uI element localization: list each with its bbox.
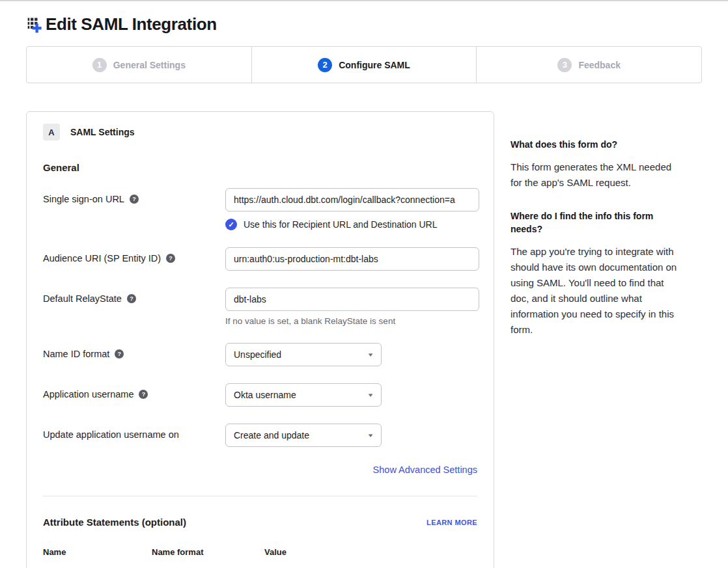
update-username-label: Update application username on bbox=[43, 429, 179, 440]
page-header: Edit SAML Integration bbox=[26, 14, 702, 34]
name-id-format-label: Name ID format bbox=[43, 349, 109, 359]
step-label: General Settings bbox=[113, 60, 186, 70]
help-icon[interactable]: ? bbox=[166, 254, 175, 263]
app-username-label: Application username bbox=[43, 389, 133, 399]
card-header: A SAML Settings bbox=[43, 124, 477, 141]
chevron-down-icon: ▼ bbox=[367, 352, 374, 358]
audience-uri-input[interactable] bbox=[225, 247, 479, 271]
saml-settings-card: A SAML Settings General Single sign-on U… bbox=[26, 111, 494, 568]
sso-url-input[interactable] bbox=[225, 188, 479, 211]
section-divider bbox=[43, 496, 477, 496]
column-header-value: Value bbox=[264, 547, 477, 557]
sso-url-field-wrap: ✓ Use this for Recipient URL and Destina… bbox=[225, 188, 479, 230]
step-number-badge: 3 bbox=[557, 58, 572, 72]
help-icon[interactable]: ? bbox=[130, 195, 139, 204]
show-advanced-settings-link[interactable]: Show Advanced Settings bbox=[373, 465, 477, 475]
saml-settings-form: Single sign-on URL ? ✓ Use this for Reci… bbox=[43, 188, 477, 476]
update-username-select[interactable]: Create and update ▼ bbox=[225, 424, 382, 447]
relay-state-hint: If no value is set, a blank RelayState i… bbox=[225, 316, 479, 326]
recipient-url-checkbox-row: ✓ Use this for Recipient URL and Destina… bbox=[225, 219, 479, 230]
wizard-stepper: 1 General Settings 2 Configure SAML 3 Fe… bbox=[26, 46, 702, 83]
edit-saml-integration-page: Edit SAML Integration 1 General Settings… bbox=[0, 14, 728, 568]
form-row-app-username: Application username ? Okta username ▼ bbox=[43, 383, 477, 407]
recipient-url-checkbox[interactable]: ✓ bbox=[225, 219, 237, 230]
audience-uri-field-wrap bbox=[225, 247, 479, 271]
help-icon[interactable]: ? bbox=[127, 294, 136, 303]
section-a-badge: A bbox=[43, 124, 60, 141]
help-icon[interactable]: ? bbox=[139, 390, 148, 399]
column-header-name: Name bbox=[43, 547, 152, 557]
app-grid-plus-icon bbox=[26, 16, 44, 34]
step-feedback[interactable]: 3 Feedback bbox=[476, 47, 701, 83]
form-row-update-username: Update application username on Create an… bbox=[43, 424, 477, 447]
step-general-settings[interactable]: 1 General Settings bbox=[27, 47, 251, 83]
app-username-label-wrap: Application username ? bbox=[43, 383, 225, 399]
general-section-heading: General bbox=[43, 162, 477, 173]
form-row-name-id-format: Name ID format ? Unspecified ▼ bbox=[43, 343, 477, 366]
sidebar-question-1: What does this form do? bbox=[511, 138, 679, 151]
audience-uri-label-wrap: Audience URI (SP Entity ID) ? bbox=[43, 247, 225, 264]
attribute-statements-heading: Attribute Statements (optional) bbox=[43, 517, 186, 528]
recipient-url-checkbox-label: Use this for Recipient URL and Destinati… bbox=[244, 219, 438, 230]
card-title: SAML Settings bbox=[70, 127, 135, 137]
relay-state-input[interactable] bbox=[225, 288, 479, 311]
name-id-format-value: Unspecified bbox=[234, 349, 281, 360]
app-username-value: Okta username bbox=[234, 390, 296, 400]
relay-state-label: Default RelayState bbox=[43, 293, 122, 304]
chevron-down-icon: ▼ bbox=[367, 433, 374, 439]
step-number-badge: 2 bbox=[318, 58, 332, 72]
advanced-settings-row: Show Advanced Settings bbox=[43, 464, 477, 476]
name-id-format-label-wrap: Name ID format ? bbox=[43, 343, 225, 359]
step-number-badge: 1 bbox=[92, 58, 107, 72]
step-configure-saml[interactable]: 2 Configure SAML bbox=[251, 47, 477, 83]
form-row-audience-uri: Audience URI (SP Entity ID) ? bbox=[43, 247, 477, 271]
sso-url-label: Single sign-on URL bbox=[43, 194, 124, 204]
sidebar-answer-1: This form generates the XML needed for t… bbox=[511, 159, 679, 191]
page-title: Edit SAML Integration bbox=[46, 14, 217, 34]
form-row-relay-state: Default RelayState ? If no value is set,… bbox=[43, 288, 477, 326]
help-icon[interactable]: ? bbox=[115, 349, 124, 358]
update-username-value: Create and update bbox=[234, 430, 309, 440]
app-username-select[interactable]: Okta username ▼ bbox=[225, 383, 382, 407]
sidebar-question-2: Where do I find the info this form needs… bbox=[511, 210, 679, 236]
sidebar-answer-2: The app you're trying to integrate with … bbox=[511, 244, 679, 338]
relay-state-label-wrap: Default RelayState ? bbox=[43, 288, 225, 304]
sso-url-label-wrap: Single sign-on URL ? bbox=[43, 188, 225, 204]
form-row-sso-url: Single sign-on URL ? ✓ Use this for Reci… bbox=[43, 188, 477, 230]
learn-more-link[interactable]: LEARN MORE bbox=[427, 519, 477, 526]
chevron-down-icon: ▼ bbox=[367, 392, 374, 398]
attribute-statements-table-header: Name Name format Value bbox=[43, 547, 477, 557]
column-header-name-format: Name format bbox=[152, 547, 264, 557]
step-label: Feedback bbox=[578, 60, 621, 70]
name-id-format-select[interactable]: Unspecified ▼ bbox=[225, 343, 382, 366]
audience-uri-label: Audience URI (SP Entity ID) bbox=[43, 253, 161, 264]
check-icon: ✓ bbox=[228, 221, 234, 229]
relay-state-field-wrap: If no value is set, a blank RelayState i… bbox=[225, 288, 479, 326]
update-username-label-wrap: Update application username on bbox=[43, 424, 225, 440]
attribute-statements-header: Attribute Statements (optional) LEARN MO… bbox=[43, 517, 477, 528]
help-sidebar: What does this form do? This form genera… bbox=[511, 111, 679, 357]
step-label: Configure SAML bbox=[339, 60, 410, 70]
